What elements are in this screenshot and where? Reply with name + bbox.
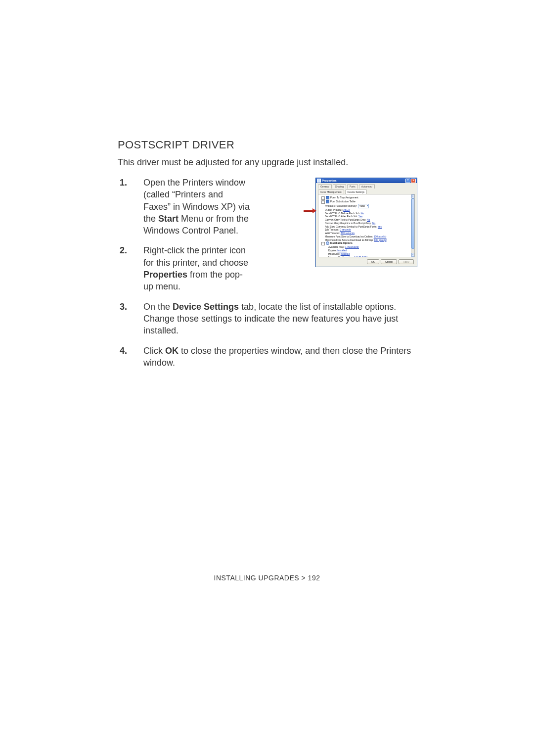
section-heading: POSTSCRIPT DRIVER [118,139,416,151]
page-footer: INSTALLING UPGRADES > 192 [0,574,534,582]
step-1-bold: Start [158,214,178,224]
step-2-bold: Properties [143,270,187,280]
step-3-text-a: On the [143,302,173,312]
step-2-text-a: Right-click the printer icon for this pr… [143,245,248,267]
step-1: Open the Printers window (called “Printe… [118,177,416,236]
step-4-text-a: Click [143,346,165,356]
instruction-list: Open the Printers window (called “Printe… [118,177,416,369]
tree-installable-options: Installable Options [330,241,353,244]
step-2: Right-click the printer icon for this pr… [118,244,416,292]
label-max-bitmap: Maximum Font Size to Download as Bitmap: [325,238,373,241]
step-4: Click OK to close the properties window,… [118,345,416,369]
step-4-bold: OK [165,346,178,356]
step-3: On the Device Settings tab, locate the l… [118,301,416,337]
step-4-text-b: to close the properties window, and then… [143,346,411,368]
lead-paragraph: This driver must be adjusted for any upg… [118,157,416,168]
step-3-bold: Device Settings [173,302,239,312]
value-max-bitmap[interactable]: 600 pixel(s) [374,238,387,241]
